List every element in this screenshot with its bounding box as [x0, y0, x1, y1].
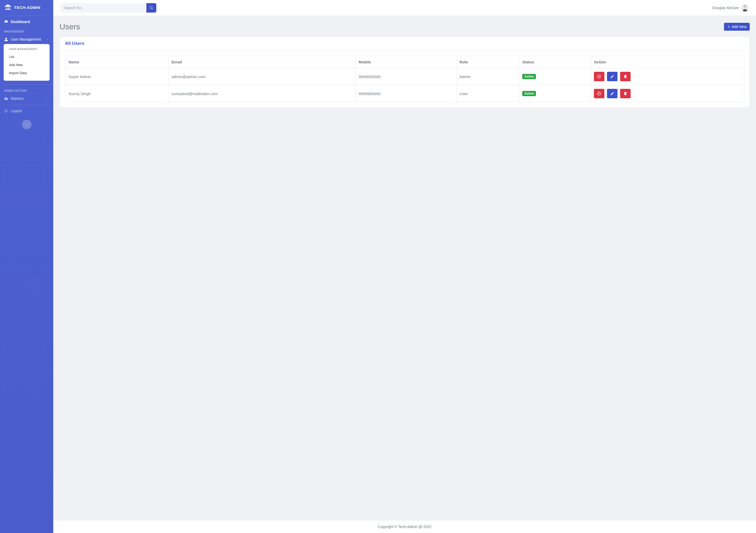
cell-mobile: 9000000000	[355, 68, 456, 85]
avatar-icon	[741, 4, 749, 12]
submenu-item-list[interactable]: List	[4, 53, 50, 61]
landmark-icon	[4, 4, 12, 11]
col-mobile: Mobile	[355, 56, 456, 68]
sidebar-collapse-button[interactable]	[22, 120, 32, 129]
edit-button[interactable]	[607, 72, 617, 81]
table-header-row: Name Email Mobile Role Status Action	[65, 56, 744, 68]
sidebar: TECH-ADMIN Dashboard MANAGEMENT User Man…	[0, 0, 53, 533]
sidebar-section-heading: MANAGEMENT	[0, 26, 53, 35]
topbar: Douglas McGee	[53, 0, 756, 16]
svg-point-1	[744, 6, 746, 8]
cell-name: Sunny Singh	[65, 85, 168, 102]
logout-icon	[4, 109, 8, 113]
sidebar-item-masters[interactable]: Masters	[0, 94, 53, 103]
brand-logo[interactable]: TECH-ADMIN	[0, 0, 53, 15]
divider	[4, 84, 50, 85]
add-new-button[interactable]: Add New	[724, 23, 750, 31]
users-table: Name Email Mobile Role Status Action Sup…	[65, 56, 744, 102]
cell-mobile: 9999900000	[355, 85, 456, 102]
status-badge: Active	[522, 74, 536, 79]
sidebar-item-logout[interactable]: Logout	[0, 106, 53, 115]
button-label: Add New	[732, 25, 746, 29]
col-role: Role	[456, 56, 519, 68]
search-button[interactable]	[147, 3, 156, 13]
status-badge: Active	[522, 91, 536, 96]
card-body: Name Email Mobile Role Status Action Sup…	[60, 51, 749, 108]
sidebar-item-dashboard[interactable]: Dashboard	[0, 17, 53, 26]
col-name: Name	[65, 56, 168, 68]
cell-email: admin@admin.com	[168, 68, 355, 85]
cell-role: Admin	[456, 68, 519, 85]
avatar	[741, 4, 749, 12]
sidebar-item-label: User Management	[11, 37, 41, 41]
sidebar-item-user-management[interactable]: User Management	[0, 35, 53, 44]
sidebar-item-label: Dashboard	[11, 20, 30, 24]
trash-icon	[623, 74, 628, 79]
table-row: Super Adminadmin@admin.com9000000000Admi…	[65, 68, 744, 85]
delete-button[interactable]	[620, 89, 631, 98]
users-card: All Users Name Email Mobile Role Status …	[60, 37, 750, 108]
ban-button[interactable]	[594, 89, 605, 98]
sidebar-item-label: Logout	[11, 109, 22, 113]
chevron-down-icon	[46, 38, 49, 40]
cell-status: Active	[519, 68, 590, 85]
table-row: Sunny Singhsunnytest@mailinator.com99999…	[65, 85, 744, 102]
plus-icon	[727, 25, 730, 28]
chevron-right-icon	[46, 97, 49, 100]
card-title: All Users	[65, 41, 744, 46]
ban-button[interactable]	[594, 72, 605, 81]
col-status: Status	[519, 56, 590, 68]
chevron-left-icon	[25, 123, 28, 126]
sidebar-section-heading: ADMIN SECTION	[0, 86, 53, 94]
col-email: Email	[168, 56, 355, 68]
edit-button[interactable]	[607, 89, 617, 98]
user-management-submenu: USER MANAGEMENT: List Add New Import Dat…	[4, 44, 50, 81]
main: Douglas McGee Users A	[53, 0, 756, 533]
sidebar-item-label: Masters	[11, 96, 24, 101]
submenu-heading: USER MANAGEMENT:	[4, 48, 50, 53]
cell-action	[591, 85, 744, 102]
page-header: Users Add New	[60, 22, 750, 31]
ban-icon	[597, 74, 601, 79]
card-header: All Users	[60, 37, 749, 51]
col-action: Action	[591, 56, 744, 68]
submenu-item-import-data[interactable]: Import Data	[4, 69, 50, 77]
page-title: Users	[60, 22, 80, 31]
trash-icon	[623, 91, 628, 96]
cell-email: sunnytest@mailinator.com	[168, 85, 355, 102]
search-icon	[149, 6, 153, 10]
search-wrap	[61, 3, 156, 13]
pencil-icon	[610, 74, 614, 79]
footer: Copyright © Tech-Admin @ 2022	[53, 520, 756, 533]
cell-role: User	[456, 85, 519, 102]
content: Users Add New All Users Name	[53, 16, 756, 520]
cell-status: Active	[519, 85, 590, 102]
pencil-icon	[610, 91, 614, 96]
dashboard-icon	[4, 20, 8, 24]
ban-icon	[597, 91, 601, 96]
user-icon	[4, 38, 8, 41]
divider	[4, 16, 50, 16]
user-menu[interactable]: Douglas McGee	[713, 4, 749, 12]
user-name: Douglas McGee	[713, 6, 739, 10]
cell-name: Super Admin	[65, 68, 168, 85]
delete-button[interactable]	[620, 72, 631, 81]
submenu-item-add-new[interactable]: Add New	[4, 61, 50, 69]
folder-icon	[4, 97, 8, 101]
search-input[interactable]	[61, 3, 147, 13]
brand-name: TECH-ADMIN	[14, 5, 40, 10]
cell-action	[591, 68, 744, 85]
